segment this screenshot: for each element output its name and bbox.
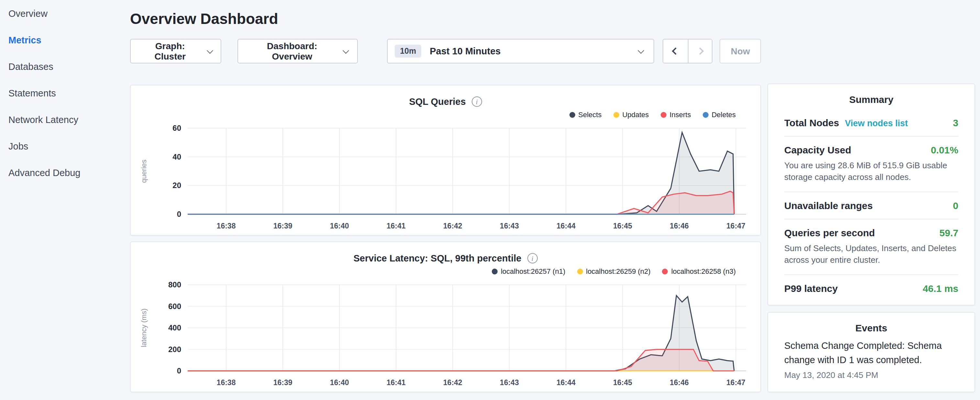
legend-dot <box>613 112 619 118</box>
x-tick-label: 16:45 <box>613 222 632 230</box>
chart-title-row: SQL Queries <box>137 94 754 109</box>
y-tick-label: 20 <box>172 181 181 190</box>
chart-title: Service Latency: SQL, 99th percentile <box>354 253 522 263</box>
x-tick-label: 16:43 <box>500 222 519 230</box>
legend-dot <box>569 112 575 118</box>
time-range-badge: 10m <box>395 45 421 57</box>
now-button[interactable]: Now <box>720 39 761 64</box>
x-tick-label: 16:45 <box>613 378 632 387</box>
right-sidebar: Summary Total Nodes View nodes list 3 Ca… <box>767 83 975 392</box>
summary-value: 0.01% <box>931 144 958 155</box>
service-latency-chart: 020040060080016:3816:3916:4016:4116:4216… <box>137 278 755 390</box>
sidebar-item-network-latency[interactable]: Network Latency <box>8 106 120 133</box>
controls-bar: Graph: Cluster Dashboard: Overview 10m P… <box>130 39 761 64</box>
x-tick-label: 16:38 <box>217 222 236 230</box>
summary-row-p99-latency: P99 latency 46.1 ms <box>784 275 958 302</box>
x-tick-label: 16:38 <box>217 378 236 387</box>
chevron-down-icon <box>343 47 349 53</box>
event-item: Schema Change Completed: Schema change w… <box>784 339 958 380</box>
legend-item: Deletes <box>702 111 736 118</box>
legend-dot <box>662 268 668 274</box>
y-tick-label: 800 <box>168 280 181 289</box>
summary-value: 59.7 <box>940 227 958 238</box>
y-tick-label: 400 <box>168 323 181 332</box>
main-content: Overview Dashboard Graph: Cluster Dashbo… <box>130 0 761 392</box>
summary-panel: Summary Total Nodes View nodes list 3 Ca… <box>767 83 975 306</box>
chart-title: SQL Queries <box>409 96 466 107</box>
summary-value: 3 <box>953 117 958 128</box>
info-icon[interactable] <box>527 253 538 263</box>
legend-item: Inserts <box>660 111 691 118</box>
x-tick-label: 16:44 <box>557 378 576 387</box>
legend-label: localhost:26257 (n1) <box>501 267 565 275</box>
summary-label: Capacity Used <box>784 144 851 155</box>
dashboard-label: Dashboard: Overview <box>248 41 337 62</box>
event-text: Schema Change Completed: Schema change w… <box>784 339 958 367</box>
summary-row-queries-per-second: Queries per second 59.7 Sum of Selects, … <box>784 220 958 275</box>
chart-legend: SelectsUpdatesInsertsDeletes <box>137 109 754 120</box>
sidebar-item-overview[interactable]: Overview <box>8 0 120 27</box>
y-tick-label: 0 <box>177 367 181 375</box>
view-nodes-list-link[interactable]: View nodes list <box>845 118 908 128</box>
info-icon[interactable] <box>472 96 482 107</box>
sidebar-item-databases[interactable]: Databases <box>8 53 120 80</box>
legend-dot <box>492 268 498 274</box>
summary-title: Summary <box>784 94 958 105</box>
legend-label: Inserts <box>670 111 691 118</box>
legend-item: localhost:26258 (n3) <box>662 267 736 275</box>
y-tick-label: 40 <box>172 153 181 161</box>
sidebar: Overview Metrics Databases Statements Ne… <box>0 0 120 186</box>
chevron-down-icon <box>207 47 213 53</box>
sidebar-item-jobs[interactable]: Jobs <box>8 133 120 159</box>
chart-legend: localhost:26257 (n1)localhost:26259 (n2)… <box>137 265 754 277</box>
x-tick-label: 16:39 <box>274 378 293 387</box>
events-title: Events <box>784 322 958 333</box>
chevron-left-icon <box>672 48 679 55</box>
summary-note: Sum of Selects, Updates, Inserts, and De… <box>784 243 958 267</box>
chevron-right-icon <box>697 48 704 55</box>
x-tick-label: 16:46 <box>670 222 689 230</box>
x-tick-label: 16:40 <box>330 378 349 387</box>
summary-label: Queries per second <box>784 227 875 238</box>
legend-label: Updates <box>622 111 649 118</box>
chart-card-sql-queries: SQL Queries SelectsUpdatesInsertsDeletes… <box>130 85 761 236</box>
x-tick-label: 16:47 <box>726 378 745 387</box>
legend-label: localhost:26258 (n3) <box>671 267 736 275</box>
summary-label: Total Nodes <box>784 117 839 128</box>
legend-label: Deletes <box>711 111 736 118</box>
x-tick-label: 16:44 <box>557 222 576 230</box>
series-area <box>188 349 734 371</box>
summary-label: P99 latency <box>784 283 838 294</box>
x-tick-label: 16:41 <box>387 222 406 230</box>
y-tick-label: 200 <box>168 345 181 354</box>
summary-label: Unavailable ranges <box>784 200 873 211</box>
x-tick-label: 16:40 <box>330 222 349 230</box>
time-range-picker[interactable]: 10m Past 10 Minutes <box>387 39 654 64</box>
legend-dot <box>702 112 708 118</box>
time-forward-button[interactable] <box>688 40 712 63</box>
legend-item: localhost:26257 (n1) <box>492 267 565 275</box>
legend-item: localhost:26259 (n2) <box>577 267 650 275</box>
app-root: Overview Metrics Databases Statements Ne… <box>0 0 980 400</box>
page-title: Overview Dashboard <box>130 10 761 28</box>
events-panel: Events Schema Change Completed: Schema c… <box>767 312 975 392</box>
series-line <box>188 132 734 214</box>
time-range-label: Past 10 Minutes <box>430 46 631 56</box>
graph-scope-dropdown[interactable]: Graph: Cluster <box>130 39 222 64</box>
x-tick-label: 16:43 <box>500 378 519 387</box>
summary-value: 46.1 ms <box>923 283 958 294</box>
chevron-down-icon <box>638 47 644 53</box>
legend-dot <box>660 112 666 118</box>
summary-row-total-nodes: Total Nodes View nodes list 3 <box>784 109 958 137</box>
sidebar-item-statements[interactable]: Statements <box>8 80 120 106</box>
y-tick-label: 60 <box>172 124 181 132</box>
summary-note: You are using 28.6 MiB of 515.9 GiB usab… <box>784 160 958 184</box>
time-back-button[interactable] <box>663 40 688 63</box>
x-tick-label: 16:46 <box>670 378 689 387</box>
sidebar-item-advanced-debug[interactable]: Advanced Debug <box>8 159 120 186</box>
summary-value: 0 <box>953 200 958 211</box>
x-tick-label: 16:39 <box>274 222 293 230</box>
sidebar-item-metrics[interactable]: Metrics <box>8 27 120 53</box>
dashboard-dropdown[interactable]: Dashboard: Overview <box>238 39 358 64</box>
x-tick-label: 16:42 <box>443 378 462 387</box>
